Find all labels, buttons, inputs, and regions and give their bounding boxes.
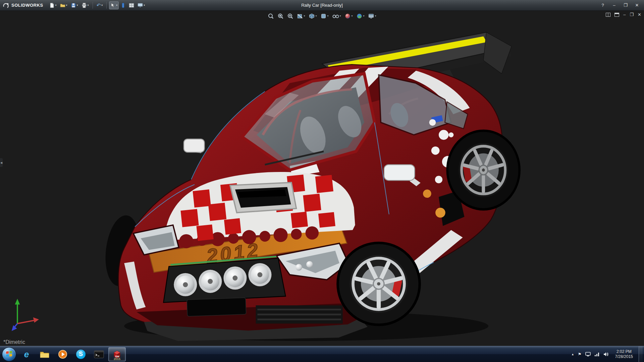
dropdown-caret-icon[interactable]: ▾ [315,15,317,17]
taskbar-item-solidworks-2015[interactable]: SW 2015 [108,347,126,361]
grid-icon [129,3,134,8]
zoom-to-fit-button[interactable] [267,12,274,20]
apply-scene-button[interactable]: ▾ [356,12,365,20]
section-view-icon [297,13,303,19]
windows-logo-icon [5,350,13,358]
scene-globe-icon [357,13,363,19]
dropdown-caret-icon[interactable]: ▾ [352,15,353,17]
display-settings-button[interactable]: ▾ [136,1,146,9]
pane-single-button[interactable] [614,13,619,17]
taskbar-item-media-player[interactable] [54,347,71,361]
dropdown-caret-icon[interactable]: ▾ [375,15,376,17]
internet-explorer-icon: e [24,350,29,359]
brand-text: SOLIDWORKS [11,3,43,8]
open-folder-icon [60,3,65,8]
zoom-area-icon [277,13,283,19]
view-orientation-button[interactable]: ▾ [308,12,317,20]
view-toggle-icon [121,3,125,8]
titlebar: SOLIDWORKS ▾ ▾ ▾ [0,0,644,11]
single-pane-icon [614,13,619,17]
dropdown-caret-icon[interactable]: ▾ [116,4,117,7]
taskbar-item-command-prompt[interactable] [90,347,108,361]
toolbar-separator [106,2,107,9]
taskbar-item-internet-explorer[interactable]: e [18,347,35,361]
dropdown-caret-icon[interactable]: ▾ [144,4,145,7]
front-wheel [338,243,420,325]
select-tool-button[interactable]: ▾ [109,1,119,9]
volume-tray-icon[interactable] [603,352,609,357]
dropdown-caret-icon[interactable]: ▾ [304,15,305,17]
doc-restore-button[interactable]: ❐ [630,12,634,17]
pane-split-button[interactable] [606,13,610,17]
monitor-icon [138,3,143,8]
display-tray-icon[interactable] [585,352,591,357]
dropdown-caret-icon[interactable]: ▾ [66,4,67,7]
start-button[interactable] [2,347,16,361]
taskbar: e S SW 2015 [0,346,644,362]
print-button[interactable]: ▾ [80,1,90,9]
open-button[interactable]: ▾ [59,1,69,9]
taskbar-item-windows-explorer[interactable] [36,347,53,361]
view-settings-button[interactable]: ▾ [368,12,377,20]
dropdown-caret-icon[interactable]: ▾ [363,15,365,17]
toolbar-separator [93,2,93,9]
rear-wheel [447,131,520,209]
dropdown-caret-icon[interactable]: ▾ [77,4,78,7]
restore-button[interactable]: ❐ [621,2,631,9]
hide-show-items-button[interactable]: ▾ [331,12,341,20]
window-title: Rally Car [Read-only] [301,3,343,8]
doc-close-button[interactable]: ✕ [638,12,641,17]
grid-display-button[interactable] [127,1,136,9]
document-window-controls: – ❐ ✕ [606,12,641,17]
minimize-button[interactable]: – [609,2,619,9]
doc-minimize-button[interactable]: – [623,12,626,17]
glasses-icon [332,13,339,19]
heads-up-view-toolbar: ▾ ▾ ▾ ▾ [265,12,379,20]
skype-letter: S [79,351,83,358]
close-button[interactable]: ✕ [632,2,642,9]
undo-icon: ↶ [97,3,101,8]
folder-icon [40,350,50,359]
clock-time: 2:02 PM [616,349,632,354]
zoom-to-area-button[interactable] [277,12,284,20]
car-render: 2012 [0,11,644,346]
main-toolbar: ▾ ▾ ▾ ▾ ↶ ▾ [48,1,147,9]
panel-collapse-arrow[interactable]: ◂ [0,158,3,167]
view-toggle-button[interactable] [119,1,127,9]
orientation-triad [12,299,39,331]
front-grille [163,256,285,302]
taskbar-clock[interactable]: 2:02 PM 7/28/2015 [613,349,635,359]
help-button[interactable]: ? [598,2,608,9]
select-arrow-icon [110,3,115,8]
print-icon [82,3,87,8]
taskbar-item-skype[interactable]: S [72,347,90,361]
dropdown-caret-icon[interactable]: ▾ [55,4,57,7]
view-cube-icon [309,13,315,19]
split-pane-icon [606,13,610,17]
undo-button[interactable]: ↶ ▾ [95,1,104,9]
dropdown-caret-icon[interactable]: ▾ [101,4,103,7]
new-document-button[interactable]: ▾ [48,1,58,9]
tray-expand-icon[interactable]: ▲ [571,353,574,356]
zoom-in-out-icon [287,13,293,19]
view-orientation-label: *Dimetric [3,339,25,345]
display-style-icon [320,13,326,19]
dropdown-caret-icon[interactable]: ▾ [327,15,328,17]
save-button[interactable]: ▾ [69,1,79,9]
action-center-flag-icon[interactable]: ⚑ [578,352,582,357]
section-view-button[interactable]: ▾ [296,12,306,20]
save-icon [71,3,76,8]
show-desktop-button[interactable] [639,346,643,362]
display-style-button[interactable]: ▾ [320,12,329,20]
graphics-viewport[interactable]: 2012 [0,11,644,346]
network-tray-icon[interactable] [594,352,600,357]
media-player-icon [58,350,67,359]
dropdown-caret-icon[interactable]: ▾ [88,4,89,7]
command-prompt-icon [94,350,104,358]
edit-appearance-button[interactable]: ▾ [344,12,354,20]
dropdown-caret-icon[interactable]: ▾ [339,15,341,17]
solidworks-brand: SOLIDWORKS [0,2,48,9]
solidworks-version-badge: 2015 [114,357,120,361]
hood-scoop [230,182,296,213]
zoom-in-out-button[interactable] [286,12,294,20]
